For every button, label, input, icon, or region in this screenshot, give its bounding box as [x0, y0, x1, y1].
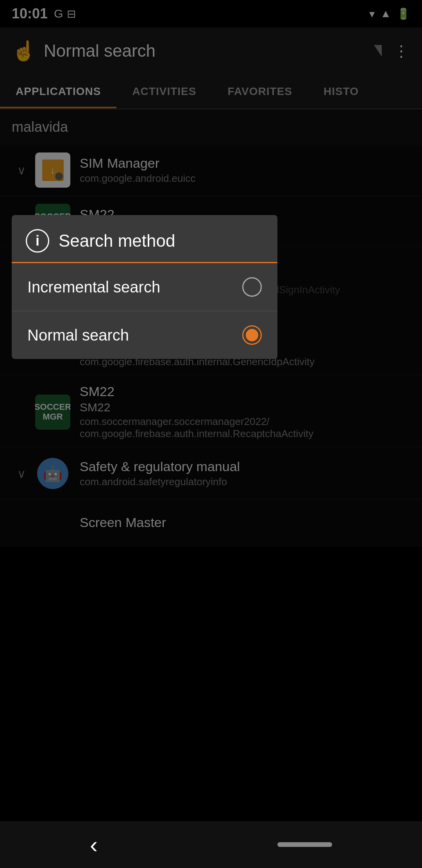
home-bar[interactable]	[277, 842, 332, 847]
normal-search-label: Normal search	[27, 326, 129, 344]
dialog-header: i Search method	[12, 215, 277, 262]
incremental-search-radio[interactable]	[242, 277, 262, 297]
normal-search-option[interactable]: Normal search	[12, 311, 277, 359]
incremental-search-option[interactable]: Incremental search	[12, 263, 277, 311]
info-icon: i	[26, 229, 49, 253]
incremental-search-label: Incremental search	[27, 278, 160, 296]
search-method-dialog: i Search method Incremental search Norma…	[12, 215, 277, 359]
dialog-overlay: i Search method Incremental search Norma…	[0, 0, 422, 868]
dialog-title: Search method	[59, 231, 175, 251]
bottom-nav: ‹	[0, 821, 422, 868]
back-button[interactable]: ‹	[90, 831, 98, 858]
normal-search-radio[interactable]	[242, 325, 262, 345]
